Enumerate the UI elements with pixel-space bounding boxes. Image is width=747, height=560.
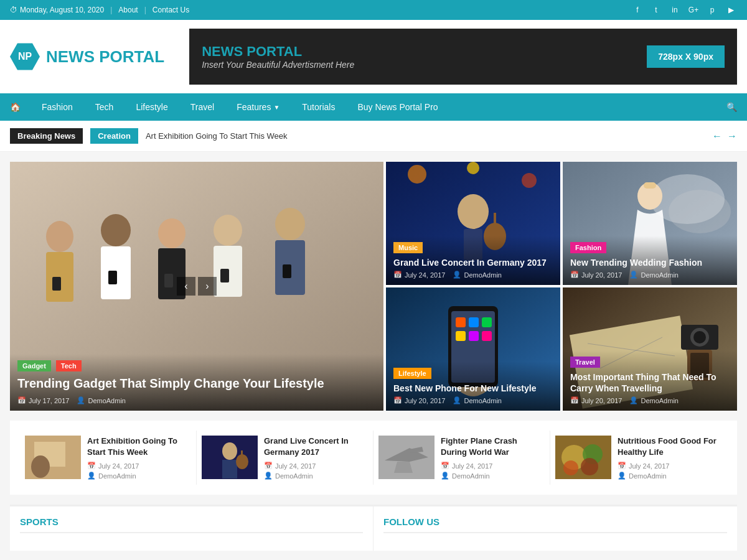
search-button[interactable]: 🔍 <box>716 93 747 121</box>
news-thumb-food <box>555 436 611 479</box>
concert-title: Grand Live Concert In Germany 2017 <box>393 257 553 268</box>
footer-sports: SPORTS <box>10 506 374 551</box>
news-list-title-2: Fighter Plane Crash During World War <box>441 436 545 458</box>
svg-rect-38 <box>482 331 492 341</box>
grid-item-concert[interactable]: Music Grand Live Concert In Germany 2017… <box>386 162 560 285</box>
svg-rect-34 <box>469 317 479 327</box>
featured-tag-gadget: Gadget <box>17 360 51 371</box>
grid-item-fashion[interactable]: Fashion New Trending Wedding Fashion 📅 J… <box>563 162 737 285</box>
svg-rect-37 <box>469 331 479 341</box>
svg-rect-20 <box>494 213 496 238</box>
breaking-prev-arrow[interactable]: ← <box>712 131 722 142</box>
linkedin-icon[interactable]: in <box>669 4 681 16</box>
news-list-title-0: Art Exhibition Going To Start This Week <box>87 436 191 458</box>
nav-item-fashion[interactable]: Fashion <box>31 93 84 121</box>
news-date-0: 📅 July 24, 2017 <box>87 462 191 470</box>
news-list-content-3: Nutritious Food Good For Healthy Life 📅 … <box>618 436 722 480</box>
svg-rect-33 <box>456 317 466 327</box>
news-author-3: 👤 DemoAdmin <box>618 472 722 480</box>
news-list-content-1: Grand Live Concert In Germany 2017 📅 Jul… <box>264 436 368 480</box>
travel-title: Most Important Thing That Need To Carry … <box>570 371 730 394</box>
travel-date: 📅 July 20, 2017 <box>570 396 622 404</box>
slider-next-button[interactable]: › <box>198 277 217 296</box>
phone-overlay: Lifestyle Best New Phone For New Lifesty… <box>386 362 560 411</box>
nav-home-button[interactable]: 🏠 <box>0 93 31 121</box>
slider-controls: ‹ › <box>177 277 217 296</box>
news-list-content-0: Art Exhibition Going To Start This Week … <box>87 436 191 480</box>
news-list-item-3[interactable]: Nutritious Food Good For Healthy Life 📅 … <box>550 431 727 485</box>
featured-main-date: 📅 July 17, 2017 <box>17 396 69 404</box>
svg-point-3 <box>101 214 131 246</box>
travel-meta: 📅 July 20, 2017 👤 DemoAdmin <box>570 396 730 404</box>
svg-rect-15 <box>283 264 291 278</box>
youtube-icon[interactable]: ▶ <box>725 4 737 16</box>
twitter-icon[interactable]: t <box>650 4 662 16</box>
facebook-icon[interactable]: f <box>631 4 644 16</box>
svg-point-17 <box>458 194 489 229</box>
breaking-text: Art Exhibition Going To Start This Week <box>146 131 705 141</box>
svg-point-47 <box>693 331 706 343</box>
nav-item-features[interactable]: Features ▼ <box>225 93 291 121</box>
news-list-content-2: Fighter Plane Crash During World War 📅 J… <box>441 436 545 480</box>
featured-main-title: Trending Gadget That Simply Change Your … <box>17 375 376 391</box>
fashion-meta: 📅 July 20, 2017 👤 DemoAdmin <box>570 271 730 279</box>
nav-item-lifestyle[interactable]: Lifestyle <box>125 93 179 121</box>
svg-point-21 <box>408 165 426 184</box>
googleplus-icon[interactable]: G+ <box>687 4 700 16</box>
news-date-2: 📅 July 24, 2017 <box>441 462 545 470</box>
nav-item-travel[interactable]: Travel <box>179 93 225 121</box>
ad-brand: NEWS PORTAL <box>202 44 354 60</box>
divider1: | <box>110 6 112 14</box>
site-logo[interactable]: NP NEWS PORTAL <box>10 42 164 72</box>
plane-image <box>378 436 435 479</box>
news-list-item-0[interactable]: Art Exhibition Going To Start This Week … <box>20 431 197 485</box>
phone-title: Best New Phone For New Lifestyle <box>393 383 553 394</box>
slider-prev-button[interactable]: ‹ <box>177 277 195 296</box>
food-image <box>555 436 611 479</box>
news-list-title-1: Grand Live Concert In Germany 2017 <box>264 436 368 458</box>
grid-item-phone[interactable]: Lifestyle Best New Phone For New Lifesty… <box>386 287 560 411</box>
breaking-label: Breaking News <box>10 128 83 144</box>
nav-item-buy[interactable]: Buy News Portal Pro <box>346 93 449 121</box>
footer-sections: SPORTS FOLLOW US <box>10 505 737 551</box>
top-bar-left: ⏱ Monday, August 10, 2020 | About | Cont… <box>10 6 189 14</box>
svg-rect-11 <box>52 277 61 291</box>
svg-point-52 <box>222 442 237 460</box>
svg-rect-35 <box>482 317 492 327</box>
concert-tag: Music <box>393 242 423 253</box>
featured-main-overlay: Gadget Tech Trending Gadget That Simply … <box>10 354 383 411</box>
svg-point-7 <box>214 215 242 246</box>
news-date-1: 📅 July 24, 2017 <box>264 462 368 470</box>
main-content: ‹ › Gadget Tech Trending Gadget That Sim… <box>0 152 747 560</box>
svg-point-61 <box>563 460 578 475</box>
breaking-next-arrow[interactable]: → <box>727 131 737 142</box>
nav-item-tutorials[interactable]: Tutorials <box>291 93 346 121</box>
news-list-meta-0: 📅 July 24, 2017 👤 DemoAdmin <box>87 462 191 480</box>
grid-item-travel[interactable]: Travel Most Important Thing That Need To… <box>563 287 737 411</box>
featured-main-article[interactable]: ‹ › Gadget Tech Trending Gadget That Sim… <box>10 162 383 411</box>
pinterest-icon[interactable]: p <box>706 4 718 16</box>
nav-item-tech[interactable]: Tech <box>84 93 125 121</box>
features-dropdown-arrow: ▼ <box>273 104 280 111</box>
news-list-item-1[interactable]: Grand Live Concert In Germany 2017 📅 Jul… <box>197 431 374 485</box>
featured-main-author: 👤 DemoAdmin <box>77 396 126 404</box>
art-image <box>25 436 81 479</box>
ad-size-badge[interactable]: 728px X 90px <box>647 45 725 68</box>
concert2-image <box>202 436 258 479</box>
about-link[interactable]: About <box>118 6 138 14</box>
news-list-item-2[interactable]: Fighter Plane Crash During World War 📅 J… <box>374 431 550 485</box>
ad-banner[interactable]: NEWS PORTAL Insert Your Beautiful Advert… <box>189 29 737 85</box>
fashion-author: 👤 DemoAdmin <box>629 271 679 279</box>
featured-grid: ‹ › Gadget Tech Trending Gadget That Sim… <box>10 162 737 411</box>
date-display: ⏱ Monday, August 10, 2020 <box>10 6 104 14</box>
svg-point-1 <box>46 221 73 252</box>
contact-link[interactable]: Contact Us <box>153 6 189 14</box>
fashion-overlay: Fashion New Trending Wedding Fashion 📅 J… <box>563 236 737 285</box>
svg-rect-14 <box>220 269 229 282</box>
site-header: NP NEWS PORTAL NEWS PORTAL Insert Your B… <box>0 20 747 93</box>
news-author-2: 👤 DemoAdmin <box>441 472 545 480</box>
phone-date: 📅 July 20, 2017 <box>393 396 445 404</box>
news-list-title-3: Nutritious Food Good For Healthy Life <box>618 436 722 458</box>
logo-text: NEWS PORTAL <box>46 47 164 67</box>
footer-follow: FOLLOW US <box>374 506 737 551</box>
